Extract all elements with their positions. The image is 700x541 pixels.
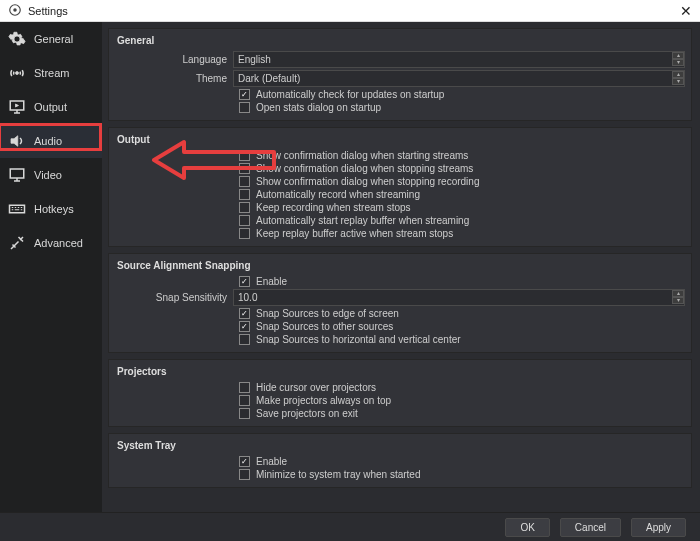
group-title: General xyxy=(109,29,691,48)
checkbox-stats-dialog[interactable] xyxy=(239,102,250,113)
spinners[interactable]: ▴▾ xyxy=(672,52,684,66)
checkbox[interactable] xyxy=(239,408,250,419)
keyboard-icon xyxy=(8,200,26,218)
main-panel: General Language English ▴▾ Theme Dark (… xyxy=(102,22,700,512)
checkbox-label: Enable xyxy=(256,456,287,467)
checkbox-label: Show confirmation dialog when stopping s… xyxy=(256,163,473,174)
output-icon xyxy=(8,98,26,116)
snap-sensitivity-input[interactable]: 10.0 xyxy=(233,289,685,306)
sidebar-item-general[interactable]: General xyxy=(0,22,102,56)
gear-icon xyxy=(8,30,26,48)
snap-sensitivity-label: Snap Sensitivity xyxy=(115,292,233,303)
checkbox-label: Open stats dialog on startup xyxy=(256,102,381,113)
checkbox-label: Save projectors on exit xyxy=(256,408,358,419)
theme-label: Theme xyxy=(115,73,233,84)
language-label: Language xyxy=(115,54,233,65)
checkbox-label: Enable xyxy=(256,276,287,287)
checkbox-label: Snap Sources to edge of screen xyxy=(256,308,399,319)
checkbox-label: Make projectors always on top xyxy=(256,395,391,406)
checkbox-label: Keep replay buffer active when stream st… xyxy=(256,228,453,239)
checkbox[interactable] xyxy=(239,395,250,406)
apply-button[interactable]: Apply xyxy=(631,518,686,537)
sidebar-item-label: Output xyxy=(34,101,67,113)
checkbox-label: Automatically record when streaming xyxy=(256,189,420,200)
sidebar-item-output[interactable]: Output xyxy=(0,90,102,124)
checkbox-label: Snap Sources to horizontal and vertical … xyxy=(256,334,461,345)
checkbox[interactable] xyxy=(239,176,250,187)
close-icon[interactable]: ✕ xyxy=(680,3,692,19)
spinners[interactable]: ▴▾ xyxy=(672,290,684,304)
checkbox[interactable] xyxy=(239,163,250,174)
spinners[interactable]: ▴▾ xyxy=(672,71,684,85)
svg-rect-4 xyxy=(10,169,24,178)
cancel-button[interactable]: Cancel xyxy=(560,518,621,537)
checkbox[interactable] xyxy=(239,189,250,200)
checkbox-label: Keep recording when stream stops xyxy=(256,202,411,213)
checkbox-label: Snap Sources to other sources xyxy=(256,321,393,332)
svg-rect-5 xyxy=(10,205,25,213)
sidebar-item-advanced[interactable]: Advanced xyxy=(0,226,102,260)
checkbox[interactable] xyxy=(239,321,250,332)
checkbox[interactable] xyxy=(239,215,250,226)
group-title: Projectors xyxy=(109,360,691,379)
speaker-icon xyxy=(8,132,26,150)
monitor-icon xyxy=(8,166,26,184)
app-icon xyxy=(8,3,22,19)
sidebar-item-video[interactable]: Video xyxy=(0,158,102,192)
checkbox[interactable] xyxy=(239,308,250,319)
group-title: Output xyxy=(109,128,691,147)
sidebar-item-stream[interactable]: Stream xyxy=(0,56,102,90)
group-projectors: Projectors Hide cursor over projectors M… xyxy=(108,359,692,427)
sidebar-item-audio[interactable]: Audio xyxy=(0,124,102,158)
checkbox[interactable] xyxy=(239,382,250,393)
theme-select[interactable]: Dark (Default) xyxy=(233,70,685,87)
group-system-tray: System Tray Enable Minimize to system tr… xyxy=(108,433,692,488)
checkbox-tray-minimize[interactable] xyxy=(239,469,250,480)
checkbox-label: Show confirmation dialog when stopping r… xyxy=(256,176,479,187)
checkbox-auto-updates[interactable] xyxy=(239,89,250,100)
ok-button[interactable]: OK xyxy=(505,518,549,537)
checkbox[interactable] xyxy=(239,150,250,161)
titlebar: Settings ✕ xyxy=(0,0,700,22)
group-snapping: Source Alignment Snapping Enable Snap Se… xyxy=(108,253,692,353)
checkbox-label: Show confirmation dialog when starting s… xyxy=(256,150,468,161)
broadcast-icon xyxy=(8,64,26,82)
svg-point-2 xyxy=(16,72,19,75)
checkbox-label: Automatically check for updates on start… xyxy=(256,89,444,100)
tools-icon xyxy=(8,234,26,252)
group-general: General Language English ▴▾ Theme Dark (… xyxy=(108,28,692,121)
language-select[interactable]: English xyxy=(233,51,685,68)
checkbox[interactable] xyxy=(239,228,250,239)
svg-point-1 xyxy=(13,8,17,12)
group-title: System Tray xyxy=(109,434,691,453)
sidebar-item-label: Stream xyxy=(34,67,69,79)
window-title: Settings xyxy=(28,5,68,17)
sidebar-item-label: Hotkeys xyxy=(34,203,74,215)
sidebar-item-label: Audio xyxy=(34,135,62,147)
checkbox-snap-enable[interactable] xyxy=(239,276,250,287)
checkbox-label: Minimize to system tray when started xyxy=(256,469,421,480)
checkbox-label: Automatically start replay buffer when s… xyxy=(256,215,469,226)
footer: OK Cancel Apply xyxy=(0,512,700,541)
checkbox-tray-enable[interactable] xyxy=(239,456,250,467)
checkbox[interactable] xyxy=(239,202,250,213)
sidebar-item-label: Video xyxy=(34,169,62,181)
group-output: Output Show confirmation dialog when sta… xyxy=(108,127,692,247)
checkbox-label: Hide cursor over projectors xyxy=(256,382,376,393)
group-title: Source Alignment Snapping xyxy=(109,254,691,273)
sidebar-item-label: General xyxy=(34,33,73,45)
sidebar-item-label: Advanced xyxy=(34,237,83,249)
sidebar: General Stream Output Audio Video xyxy=(0,22,102,512)
checkbox[interactable] xyxy=(239,334,250,345)
sidebar-item-hotkeys[interactable]: Hotkeys xyxy=(0,192,102,226)
